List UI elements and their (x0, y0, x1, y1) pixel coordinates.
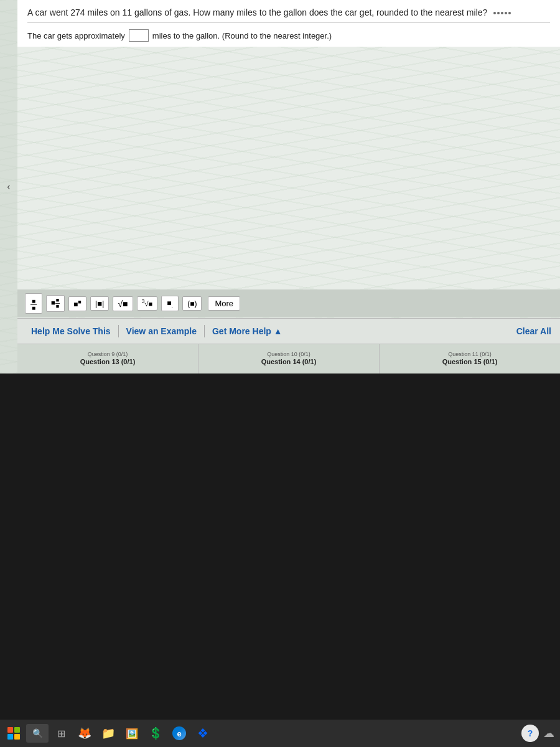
get-more-help-button[interactable]: Get More Help ▲ (207, 324, 287, 339)
main-content-area: ‹ A car went 274 miles on 11 gallons of … (0, 0, 560, 374)
taskbar-cloud-icon[interactable]: ☁ (540, 725, 558, 742)
view-example-button[interactable]: View an Example (121, 324, 202, 339)
taskbar-app-finance[interactable]: 💲 (144, 722, 167, 745)
taskbar: 🔍 ⊞ 🦊 📁 🖼️ 💲 e ❖ ? ☁ (0, 720, 560, 747)
taskbar-app-photos[interactable]: 🖼️ (121, 722, 143, 745)
answer-row: The car gets approximately miles to the … (27, 29, 550, 42)
question-text: A car went 274 miles on 11 gallons of ga… (27, 7, 550, 23)
more-button[interactable]: More (208, 296, 240, 311)
search-icon: 🔍 (32, 728, 43, 738)
task-view-icon: ⊞ (57, 728, 65, 740)
task-view-button[interactable]: ⊞ (50, 722, 72, 745)
mixed-fraction-button[interactable]: ■■■ (46, 295, 65, 312)
help-separator-1 (118, 325, 119, 337)
decimal-button[interactable]: ■. (161, 296, 179, 311)
taskbar-app-edge[interactable]: e (168, 722, 190, 745)
absolute-value-button[interactable]: |■| (90, 296, 110, 311)
start-button[interactable] (2, 722, 25, 745)
math-toolbar: ■ ■ ■■■ ■■ |■| √■ 3√■ ■. (■) (17, 289, 560, 317)
answer-prefix-text: The car gets approximately (27, 31, 125, 40)
taskbar-help-button[interactable]: ? (521, 725, 539, 742)
decorative-background (0, 0, 560, 374)
windows-logo-icon (7, 727, 20, 740)
question-nav-item-15[interactable]: Question 11 (0/1) Question 15 (0/1) (380, 344, 560, 374)
taskbar-app-explorer[interactable]: 📁 (97, 722, 119, 745)
taskbar-app-firefox[interactable]: 🦊 (73, 722, 96, 745)
question-nav-item-14[interactable]: Question 10 (0/1) Question 14 (0/1) (198, 344, 380, 374)
answer-input[interactable] (129, 29, 149, 42)
firefox-icon: 🦊 (78, 726, 91, 740)
question-section: A car went 274 miles on 11 gallons of ga… (17, 0, 560, 47)
clear-all-button[interactable]: Clear All (516, 326, 551, 336)
photos-icon: 🖼️ (126, 728, 138, 740)
edge-icon: e (172, 726, 186, 740)
question-nav-item-13[interactable]: Question 9 (0/1) Question 13 (0/1) (17, 344, 198, 374)
finance-icon: 💲 (149, 726, 162, 740)
cbrt-button[interactable]: 3√■ (137, 296, 158, 311)
parentheses-button[interactable]: (■) (182, 296, 202, 311)
help-me-solve-button[interactable]: Help Me Solve This (26, 324, 116, 339)
help-separator-2 (204, 325, 205, 337)
left-chevron-icon: ‹ (7, 181, 10, 192)
help-bar: Help Me Solve This View an Example Get M… (17, 318, 560, 344)
sqrt-button[interactable]: √■ (113, 296, 133, 311)
left-nav-arrow[interactable]: ‹ (0, 0, 17, 374)
fraction-button[interactable]: ■ ■ (25, 293, 42, 314)
dark-area (0, 374, 560, 720)
explorer-icon: 📁 (101, 726, 115, 740)
taskbar-search[interactable]: 🔍 (26, 724, 49, 743)
question-nav-bar: Question 9 (0/1) Question 13 (0/1) Quest… (17, 344, 560, 374)
taskbar-app-dropbox[interactable]: ❖ (192, 722, 214, 745)
dots-indicator (493, 12, 511, 14)
dropbox-icon: ❖ (197, 726, 208, 741)
degree-button[interactable]: ■■ (68, 296, 86, 311)
answer-suffix-text: miles to the gallon. (Round to the neare… (152, 31, 332, 40)
